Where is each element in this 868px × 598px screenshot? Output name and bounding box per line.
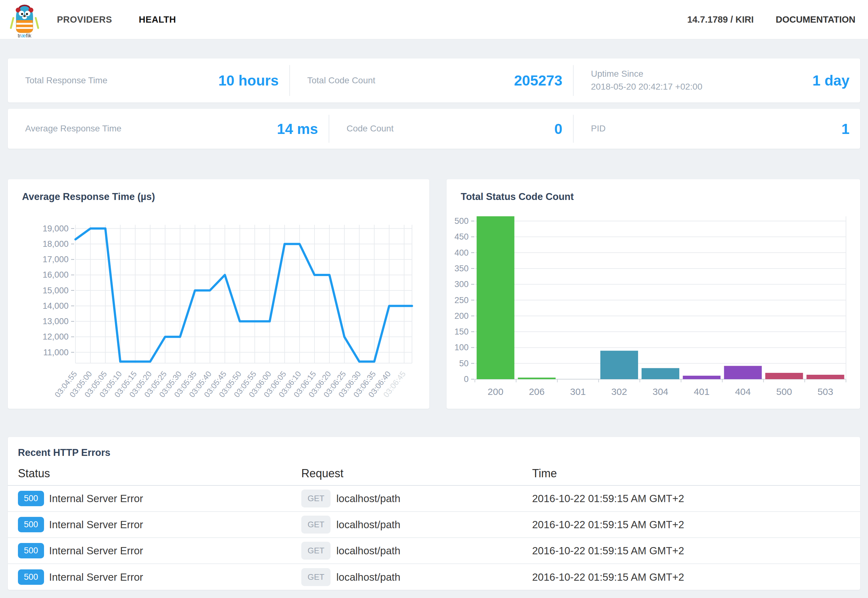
version-label[interactable]: 14.7.1789 / KIRI bbox=[687, 15, 754, 25]
method-badge: GET bbox=[301, 490, 331, 507]
stat-pid: PID 1 bbox=[574, 109, 860, 149]
svg-text:400: 400 bbox=[455, 248, 468, 257]
stat-value: 14 ms bbox=[277, 120, 318, 138]
logo-stick-left bbox=[10, 17, 15, 29]
stat-label: Total Response Time bbox=[25, 74, 107, 87]
gopher-vest bbox=[16, 20, 33, 33]
svg-text:401: 401 bbox=[694, 386, 709, 397]
errors-table-head: Recent HTTP Errors Status Request Time bbox=[8, 437, 860, 486]
response-time-line-chart: 11,00012,00013,00014,00015,00016,00017,0… bbox=[8, 179, 429, 409]
svg-text:13,000: 13,000 bbox=[42, 317, 69, 326]
logo-wordmark: træfik bbox=[18, 32, 31, 38]
stat-label: Average Response Time bbox=[25, 122, 121, 135]
request-path: localhost/path bbox=[336, 571, 400, 583]
error-time: 2016-10-22 01:59:15 AM GMT+2 bbox=[532, 571, 684, 583]
stat-value: 10 hours bbox=[218, 72, 278, 89]
nav-link-documentation[interactable]: DOCUMENTATION bbox=[776, 15, 855, 25]
errors-title: Recent HTTP Errors bbox=[18, 447, 111, 458]
error-row: 500Internal Server Error GETlocalhost/pa… bbox=[8, 564, 860, 590]
status-code-bar-chart: 0501001502002503003504004505002002063013… bbox=[447, 179, 860, 409]
stats-row-1: Total Response Time 10 hours Total Code … bbox=[8, 58, 860, 103]
svg-text:18,000: 18,000 bbox=[42, 239, 69, 249]
svg-text:350: 350 bbox=[455, 264, 468, 273]
status-badge: 500 bbox=[18, 543, 44, 558]
error-time: 2016-10-22 01:59:15 AM GMT+2 bbox=[532, 493, 684, 505]
request-path: localhost/path bbox=[336, 519, 400, 531]
stats-row-2: Average Response Time 14 ms Code Count 0… bbox=[8, 109, 860, 149]
uptime-label: Uptime Since bbox=[591, 67, 702, 81]
svg-text:150: 150 bbox=[455, 327, 468, 336]
status-badge: 500 bbox=[18, 517, 44, 532]
svg-text:200: 200 bbox=[455, 311, 468, 321]
svg-text:16,000: 16,000 bbox=[42, 270, 69, 280]
svg-text:0: 0 bbox=[464, 374, 468, 384]
column-header-status: Status bbox=[18, 467, 50, 480]
gopher-pupil bbox=[26, 13, 28, 15]
svg-text:19,000: 19,000 bbox=[42, 224, 69, 233]
stat-label: PID bbox=[591, 122, 606, 135]
svg-text:300: 300 bbox=[455, 280, 468, 289]
nav-link-providers[interactable]: PROVIDERS bbox=[57, 15, 112, 25]
logo-stick-right bbox=[34, 17, 39, 29]
error-row: 500Internal Server Error GETlocalhost/pa… bbox=[8, 512, 860, 538]
stat-value: 0 bbox=[554, 120, 562, 138]
svg-text:404: 404 bbox=[735, 386, 751, 397]
svg-text:200: 200 bbox=[488, 386, 503, 397]
svg-text:250: 250 bbox=[455, 296, 468, 305]
svg-text:500: 500 bbox=[455, 216, 468, 226]
status-text: Internal Server Error bbox=[49, 493, 143, 505]
response-time-chart-card: Average Response Time (µs) 11,00012,0001… bbox=[8, 179, 429, 409]
svg-text:11,000: 11,000 bbox=[43, 348, 69, 357]
svg-text:206: 206 bbox=[529, 386, 545, 397]
svg-text:15,000: 15,000 bbox=[42, 286, 69, 295]
svg-text:14,000: 14,000 bbox=[42, 301, 69, 311]
stat-label: Code Count bbox=[347, 122, 394, 135]
error-time: 2016-10-22 01:59:15 AM GMT+2 bbox=[532, 519, 684, 531]
stat-code-count: Code Count 0 bbox=[329, 109, 573, 149]
stat-average-response-time: Average Response Time 14 ms bbox=[8, 109, 329, 149]
request-path: localhost/path bbox=[336, 545, 400, 557]
svg-text:100: 100 bbox=[455, 343, 468, 352]
status-text: Internal Server Error bbox=[49, 545, 143, 557]
vest-stripe bbox=[16, 23, 33, 25]
svg-text:301: 301 bbox=[570, 386, 586, 397]
error-time: 2016-10-22 01:59:15 AM GMT+2 bbox=[532, 545, 684, 557]
svg-text:304: 304 bbox=[652, 386, 668, 397]
status-badge: 500 bbox=[18, 491, 44, 506]
gopher-pupil bbox=[21, 13, 23, 15]
status-code-chart-card: Total Status Code Count 0501001502002503… bbox=[447, 179, 860, 409]
nav-links: PROVIDERS HEALTH bbox=[57, 15, 176, 25]
error-row: 500Internal Server Error GETlocalhost/pa… bbox=[8, 538, 860, 564]
gopher-nose bbox=[23, 15, 26, 17]
stat-value: 205273 bbox=[514, 72, 563, 89]
svg-text:450: 450 bbox=[455, 232, 468, 241]
top-nav: træfik PROVIDERS HEALTH 14.7.1789 / KIRI… bbox=[0, 0, 868, 39]
error-row: 500Internal Server Error GETlocalhost/pa… bbox=[8, 486, 860, 512]
traefik-logo[interactable]: træfik bbox=[9, 1, 40, 38]
stat-total-code-count: Total Code Count 205273 bbox=[290, 58, 573, 103]
stat-value: 1 bbox=[841, 120, 849, 138]
stat-label: Uptime Since 2018-05-20 20:42:17 +02:00 bbox=[591, 67, 702, 93]
request-path: localhost/path bbox=[336, 493, 400, 505]
svg-text:17,000: 17,000 bbox=[42, 255, 69, 264]
method-badge: GET bbox=[301, 542, 331, 560]
stat-value: 1 day bbox=[812, 72, 849, 89]
stat-uptime: Uptime Since 2018-05-20 20:42:17 +02:00 … bbox=[574, 58, 860, 103]
recent-http-errors-card: Recent HTTP Errors Status Request Time 5… bbox=[8, 437, 860, 590]
svg-text:302: 302 bbox=[611, 386, 627, 397]
nav-link-health[interactable]: HEALTH bbox=[139, 15, 176, 25]
status-badge: 500 bbox=[18, 570, 44, 585]
svg-text:500: 500 bbox=[776, 386, 792, 397]
column-header-request: Request bbox=[301, 467, 343, 480]
method-badge: GET bbox=[301, 568, 331, 586]
status-text: Internal Server Error bbox=[49, 571, 143, 583]
method-badge: GET bbox=[301, 516, 331, 534]
svg-text:503: 503 bbox=[817, 386, 833, 397]
stat-label: Total Code Count bbox=[307, 74, 375, 87]
svg-text:50: 50 bbox=[459, 359, 468, 368]
uptime-date: 2018-05-20 20:42:17 +02:00 bbox=[591, 81, 702, 93]
column-header-time: Time bbox=[532, 467, 557, 480]
svg-text:12,000: 12,000 bbox=[42, 332, 69, 341]
status-text: Internal Server Error bbox=[49, 519, 143, 531]
stat-total-response-time: Total Response Time 10 hours bbox=[8, 58, 289, 103]
